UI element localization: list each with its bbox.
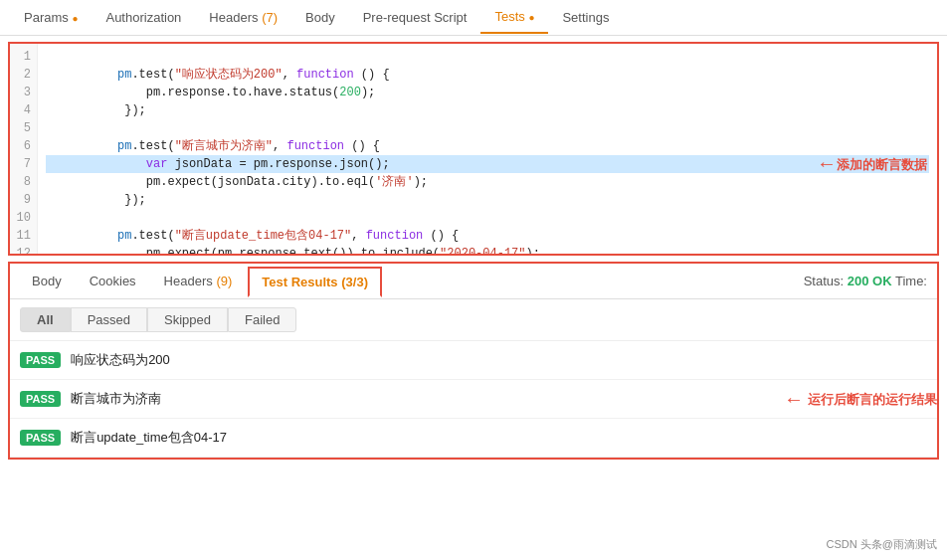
tab-body-label: Body [305, 10, 335, 25]
result-text-3: 断言update_time包含04-17 [71, 429, 227, 447]
filter-bar: All Passed Skipped Failed [10, 299, 937, 341]
bottom-panel: Body Cookies Headers (9) Test Results (3… [8, 262, 939, 460]
pass-badge-1: PASS [20, 352, 61, 368]
code-line-1: pm.test("响应状态码为200", function () { [46, 48, 929, 66]
code-line-4 [46, 101, 929, 119]
tab-cookies[interactable]: Cookies [78, 268, 148, 294]
tab-tests[interactable]: Tests ● [480, 1, 548, 34]
test-results-label: Test Results [262, 275, 337, 289]
code-content: pm.test("响应状态码为200", function () { pm.re… [38, 44, 937, 254]
tab-authorization-label: Authorization [105, 10, 181, 25]
line-numbers: 1 2 3 4 5 6 7 8 9 10 11 12 [10, 44, 38, 254]
filter-all[interactable]: All [20, 307, 71, 332]
code-annotation: ← 添加的断言数据 [821, 153, 927, 176]
bottom-tabs-left: Body Cookies Headers (9) Test Results (3… [20, 267, 382, 296]
cookies-label: Cookies [90, 274, 136, 288]
tab-result-headers[interactable]: Headers (9) [152, 268, 245, 294]
tab-settings-label: Settings [562, 10, 609, 25]
status-value: 200 OK [848, 274, 892, 288]
code-line-10: pm.test("断言update_time包含04-17", function… [46, 209, 929, 227]
arrow-icon: ← [821, 153, 833, 176]
pass-badge-2: PASS [20, 391, 61, 407]
watermark: CSDN 头条@雨滴测试 [827, 537, 937, 552]
result-headers-count: (9) [216, 274, 232, 288]
code-line-5: pm.test("断言城市为济南", function () { [46, 119, 929, 137]
status-label: Status: [804, 274, 848, 288]
tab-test-results[interactable]: Test Results (3/3) [248, 267, 382, 297]
code-line-9 [46, 191, 929, 209]
annotation-text: 添加的断言数据 [837, 156, 927, 174]
test-result-1: PASS 响应状态码为200 [10, 341, 937, 380]
code-editor[interactable]: 1 2 3 4 5 6 7 8 9 10 11 12 pm.test("响应状态… [8, 42, 939, 256]
watermark-text: CSDN 头条@雨滴测试 [827, 537, 937, 552]
tests-dot: ● [528, 12, 534, 23]
filter-skipped[interactable]: Skipped [147, 307, 228, 332]
test-results-count: (3/3) [341, 275, 368, 289]
tab-params-label: Params [24, 10, 69, 25]
result-headers-label: Headers [164, 274, 213, 288]
filter-passed[interactable]: Passed [71, 307, 147, 332]
result-text-1: 响应状态码为200 [71, 351, 170, 369]
tab-params[interactable]: Params ● [10, 2, 92, 33]
pass-badge-3: PASS [20, 430, 61, 446]
tab-settings[interactable]: Settings [548, 2, 623, 33]
result-text-2: 断言城市为济南 [71, 390, 161, 408]
top-tab-bar: Params ● Authorization Headers (7) Body … [0, 0, 947, 36]
tab-headers-label: Headers [209, 10, 258, 25]
filter-failed[interactable]: Failed [228, 307, 296, 332]
status-info: Status: 200 OK Time: [804, 274, 927, 288]
result-annotation: ← 运行后断言的运行结果 [784, 388, 937, 411]
result-annotation-text: 运行后断言的运行结果 [808, 391, 937, 409]
result-arrow-icon: ← [784, 388, 804, 411]
tab-tests-label: Tests [494, 9, 524, 24]
tab-prerequest-label: Pre-request Script [363, 10, 468, 25]
tab-prerequest[interactable]: Pre-request Script [349, 2, 481, 33]
tab-headers[interactable]: Headers (7) [195, 2, 291, 33]
tab-result-body[interactable]: Body [20, 268, 74, 294]
time-label: Time: [895, 274, 927, 288]
result-body-label: Body [32, 274, 62, 288]
tab-authorization[interactable]: Authorization [92, 2, 195, 33]
headers-count: (7) [262, 10, 278, 25]
tab-body[interactable]: Body [291, 2, 349, 33]
bottom-tab-bar: Body Cookies Headers (9) Test Results (3… [10, 264, 937, 299]
params-dot: ● [72, 13, 78, 24]
test-result-3: PASS 断言update_time包含04-17 [10, 419, 937, 458]
